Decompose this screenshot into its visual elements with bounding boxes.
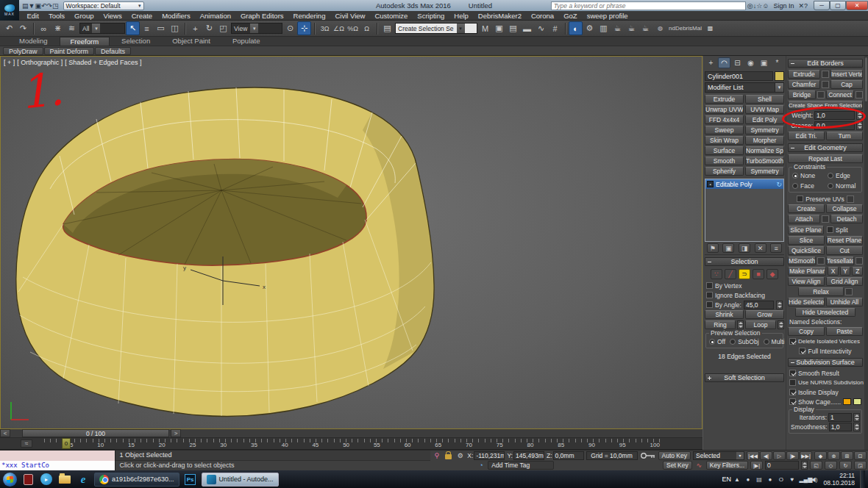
curve-editor-icon[interactable]: ∿ [534,21,548,35]
extrude-settings-button[interactable] [822,71,829,78]
tray-antivirus-icon[interactable]: ♥ [788,476,796,483]
element-subobject-icon[interactable]: ◆ [766,269,778,279]
rollout-header-edit-borders[interactable]: Edit Borders [788,59,863,68]
use-nurms-checkbox[interactable] [789,379,796,386]
stack-history-icon[interactable]: ↻ [776,181,782,188]
menu-item[interactable]: Tools [43,12,69,20]
show-cage-checkbox[interactable] [789,398,796,405]
preview-multi-radio[interactable] [764,339,769,345]
file-explorer-icon[interactable] [57,473,72,486]
loop-spinner[interactable] [778,320,784,329]
create-tab-icon[interactable]: + [705,57,717,68]
object-name-field[interactable]: Cylinder001 [705,71,773,81]
preserve-uvs-checkbox[interactable] [797,195,803,202]
debrismaker-icon[interactable]: ▩ [703,21,717,35]
bridge-button[interactable]: Bridge [788,90,816,99]
menu-item[interactable]: Modifiers [157,12,196,20]
track-bar[interactable]: ≈ 51015202530354045505560657075808590951… [0,438,702,450]
attach-button[interactable]: Attach [788,215,820,223]
modify-tab-icon[interactable]: ◠ [718,57,730,68]
preserve-uvs-settings-button[interactable] [847,195,854,203]
rectangular-selection-region-icon[interactable]: ▭ [154,21,168,35]
ribbon-tab[interactable]: Selection [111,37,160,46]
chrome-window-button[interactable]: a191b6cf2987e630... [94,473,179,487]
set-key-button[interactable]: Set Key [663,461,692,470]
modifier-button[interactable]: Symmetry [745,126,784,134]
rollout-header-subdivision-surface[interactable]: Subdivision Surface [788,358,863,367]
viewport-menu-general[interactable]: [ + ] [4,59,15,66]
tray-clipboard-icon[interactable]: ▤ [755,476,763,483]
current-frame-marker[interactable]: 0 [62,438,71,449]
select-and-rotate-icon[interactable]: ↻ [202,21,216,35]
menu-item[interactable]: Group [70,12,99,20]
reset-plane-button[interactable]: Reset Plane [826,236,863,245]
maxscript-mini-listener[interactable]: *xxx StartCo [0,451,115,470]
minimize-button[interactable]: ─ [814,1,830,10]
modifier-button[interactable]: TurboSmooth [745,157,784,165]
select-and-manipulate-icon[interactable]: ⊹ [297,21,311,35]
menu-item[interactable]: Civil View [330,12,370,20]
iterations-field[interactable]: 1 [828,413,852,422]
viewport-menu-shading[interactable]: [ Shaded + Edged Faces ] [65,59,141,66]
material-editor-icon[interactable]: ◐ [569,21,583,35]
select-and-link-icon[interactable]: ∞ [37,21,51,35]
modifier-button[interactable]: Surface [705,146,744,155]
time-forward-button[interactable]: > [171,429,181,437]
modifier-button[interactable]: Sweep [705,126,744,134]
planar-y-button[interactable]: Y [840,267,851,276]
editable-poly-object[interactable]: x y [1,57,702,429]
tray-opera-icon[interactable]: O [777,476,785,483]
constraint-none-radio[interactable] [792,173,798,179]
corona-icon[interactable]: ◍ [653,21,667,35]
edge-subobject-icon[interactable]: ╱ [725,269,736,279]
workspace-selector[interactable]: Workspace: Default ▾ [63,1,144,10]
window-crossing-icon[interactable]: ◫ [168,21,182,35]
rollout-header-soft-selection[interactable]: Soft Selection [705,373,784,382]
modifier-button[interactable]: Unwrap UVW [705,105,744,114]
shrink-button[interactable]: Shrink [705,310,744,319]
modifier-button[interactable]: Extrude [705,95,744,104]
maxscript-listener-text[interactable]: *xxx StartCo [0,461,115,470]
pin-stack-icon[interactable]: ⚑ [707,243,719,253]
weight-field[interactable]: 1,0 [814,111,855,120]
by-vertex-checkbox[interactable] [706,282,713,289]
language-indicator[interactable]: EN [722,476,730,483]
collapse-button[interactable]: Collapse [826,204,863,213]
rollout-header-selection[interactable]: Selection [705,257,784,266]
menu-item[interactable]: Animation [195,12,235,20]
modifier-button[interactable]: UVW Map [745,105,784,114]
frame-spinner[interactable] [801,461,808,470]
hide-selected-button[interactable]: Hide Selected [788,298,825,306]
cap-button[interactable]: Cap [830,80,863,89]
insert-vertex-button[interactable]: Insert Vertex [830,70,863,79]
quickslice-button[interactable]: QuickSlice [788,246,825,255]
key-tangents-icon[interactable]: ◆ [814,451,827,460]
tray-expand-icon[interactable]: ▲ [733,476,741,483]
layer-manager-icon[interactable]: ▤ [506,21,520,35]
stack-item-editable-poly[interactable]: ▪ Editable Poly ↻ [705,179,783,189]
viewport[interactable]: [ + ] [ Orthographic ] [ Shaded + Edged … [0,56,702,429]
menu-item[interactable]: Create [127,12,157,20]
modifier-button[interactable]: Smooth [705,157,744,165]
tray-app-blue-icon[interactable]: ● [744,476,752,483]
preview-off-radio[interactable] [709,339,715,345]
make-planar-button[interactable]: Make Planar [788,267,826,276]
redo-icon[interactable]: ↷ [16,21,30,35]
constraint-normal-radio[interactable] [828,183,833,189]
redo-icon[interactable]: ↷ [47,2,53,10]
search-community-icon[interactable]: ◎ [747,2,753,10]
menu-item[interactable]: sweep profile [582,12,633,20]
utilities-tab-icon[interactable]: * [771,57,783,68]
current-frame-field[interactable]: 0 [765,461,799,470]
ribbon-subtab[interactable]: Defaults [95,47,131,55]
modifier-button[interactable]: Shell [745,95,784,104]
zoom-region-icon[interactable]: ◱ [810,461,822,470]
menu-item[interactable]: Graph Editors [235,12,288,20]
mirror-icon[interactable]: M [478,21,492,35]
sign-in-link[interactable]: Sign In [773,2,794,10]
align-icon[interactable]: ▣ [492,21,506,35]
connect-button[interactable]: Connect [826,90,854,99]
project-folder-icon[interactable]: ◳ [52,2,59,10]
smoothness-spinner[interactable] [853,423,860,431]
tray-network-icon[interactable]: ▂▄▆ [799,476,807,483]
